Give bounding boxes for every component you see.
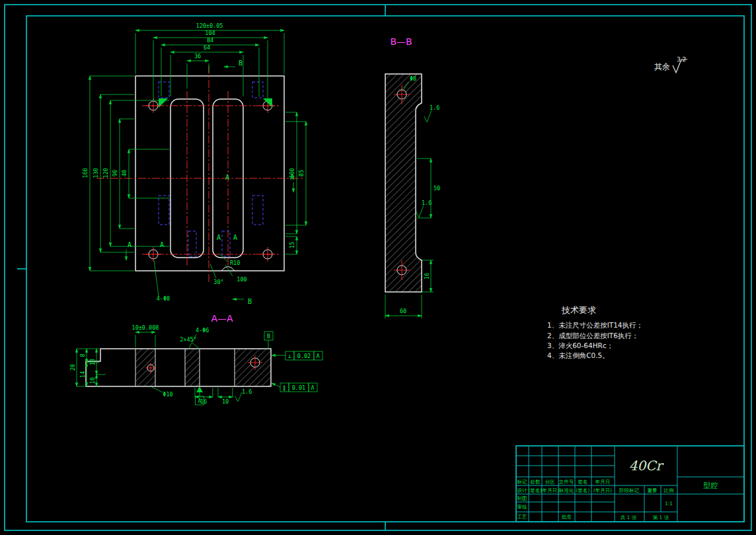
section-a-letter: A [217,234,221,241]
stage-label: 阶段标记 [619,487,640,493]
tb-cell: 文件号 [559,479,574,485]
locator-mark-left [159,98,168,108]
section-a-letter: A [128,241,132,248]
dim-label: 130 [93,168,99,178]
tech-item: 3、淬火60-64HRc； [547,341,613,349]
bb-dim-50: 50 [434,185,440,192]
tb-cell: 处数 [530,479,541,485]
material-label: 40Cr [629,458,665,474]
aa-chamfer-note: 2×45° [180,336,197,343]
dim-label: 84 [207,37,213,44]
dim-label: 160 [82,168,89,178]
section-bb-title: B—B [390,36,412,47]
hidden-lines [159,82,263,256]
fcf-perpendicularity: ⊥ 0.02 A [272,351,322,360]
aa-dia-note: Φ10 [163,391,172,398]
dim-label: 64 [204,44,210,51]
main-view: 120±0.05 104 84 64 36 160 130 120 [82,22,306,305]
cad-drawing-canvas: 120±0.05 104 84 64 36 160 130 120 [0,0,756,535]
tb-cell: 标准化 [558,487,574,493]
tech-title: 技术要求 [561,305,596,315]
dim-label: 20 [69,364,76,371]
dim-label: 15 [289,242,295,248]
dim-label: 14 [79,371,86,378]
tb-cell: 签名 [578,479,588,485]
dim-label: 104 [205,30,215,36]
tb-cell: 工艺 [517,514,528,520]
tech-item: 1、未注尺寸公差按IT14执行； [547,321,643,329]
tb-cell: 制图 [517,495,527,501]
tb-cell: 批准 [562,514,572,520]
aa-section-view: A—A 10±0.008 4-Φ6 2×45° 20 8 14 [69,313,322,405]
corner-holes [146,98,275,262]
hole-callout: 4-Φ8 [157,295,170,302]
title-block: 40Cr 型腔 标记 处数 分区 文件号 签名 年月日 设计 (签名) (年月日… [516,446,744,522]
tb-cell: 年月日 [595,479,611,485]
fcf-symbol: ⊥ [287,353,291,359]
tb-cell: 审核 [517,504,528,510]
roughness-icon [416,205,424,217]
tb-cell: (签名) [576,487,590,493]
tb-cell: (年月日) [593,487,612,493]
slant-dim-label: 100 [237,276,246,283]
surface-note-value: 3.2 [677,56,686,63]
section-a-letter: A [225,174,229,181]
tb-cell: (年月日) [541,487,559,493]
dim-label: 10 [89,377,96,384]
roughness-icon [235,392,242,402]
datum-letter: A [198,398,201,404]
section-a-letter: A [160,241,164,248]
roughness-value: 1.6 [422,199,432,206]
section-cut-marks: B B A A A A A A [126,59,294,305]
weight-label: 重量 [648,487,658,493]
aa-holes-note: 4-Φ6 [196,327,209,334]
bb-dim-16: 16 [424,273,430,279]
dim-label: 120±0.05 [196,22,223,29]
bottom-annotations: R10 30° 100 4-Φ8 [154,254,247,302]
dim-label: 120 [102,168,109,178]
section-a-letter: A [290,174,294,181]
roughness-icon [424,110,432,122]
fcf-datum: A [316,353,319,359]
technical-requirements: 技术要求 1、未注尺寸公差按IT14执行； 2、成型部位公差按IT6执行； 3、… [547,305,643,359]
dim-label: 18 [89,359,96,365]
right-dimensions: 100 85 15 [285,112,306,254]
tb-cell: 分区 [545,479,556,485]
sheet-number: 第 1 张 [653,515,669,520]
roughness-value: 1.6 [242,388,252,395]
surface-note-prefix: 其余 [654,62,670,71]
radius-label: R10 [230,260,240,266]
aa-fit-dim: 10±0.008 [132,324,159,331]
bb-section-view: B—B Φ8 50 16 60 1.6 1.6 [385,36,440,318]
roughness-value: 1.6 [430,104,439,111]
section-aa-title: A—A [211,313,233,324]
tech-item: 2、成型部位公差按IT6执行； [547,332,638,339]
fcf-parallelism: ∥ 0.01 A [272,383,317,392]
sheet-frame [5,5,751,530]
bb-outline [385,74,422,292]
datum-letter: B [267,333,270,339]
left-dimensions: 160 130 120 90 40 [82,76,169,271]
scale-value: 1:1 [665,501,673,507]
part-name: 型腔 [703,482,718,490]
drawing-sheet: 120±0.05 104 84 64 36 160 130 120 [0,0,756,535]
tech-item: 4、未注倒角C0.5。 [547,351,609,359]
angle-label: 30° [213,279,223,285]
section-b-letter: B [248,298,252,305]
surface-finish-note: 其余 3.2 [654,56,687,73]
fcf-symbol: ∥ [283,384,285,391]
dim-label: 36 [194,53,201,59]
tb-cell: 设计 [517,487,528,493]
scale-label: 比例 [664,487,674,493]
dim-label: 85 [298,170,305,176]
dim-label: 40 [121,170,128,176]
top-dimensions: 120±0.05 104 84 64 36 [135,22,284,100]
sheet-total: 共 1 张 [621,515,637,520]
fcf-tolerance: 0.01 [292,384,305,391]
bb-hole-note: Φ8 [410,75,416,82]
fcf-tolerance: 0.02 [297,353,311,359]
tb-cell: 标记 [517,479,528,485]
section-a-letter: A [233,234,237,241]
aa-dim-10: 10 [222,398,229,405]
bb-dim-60: 60 [400,308,406,314]
